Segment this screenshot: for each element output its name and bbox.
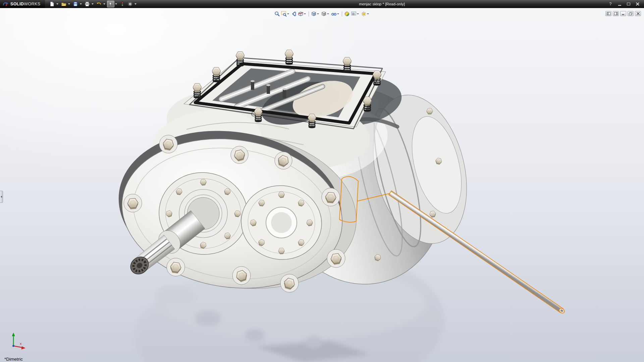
gearbox-3d-model[interactable]: x	[0, 8, 644, 362]
view-cube-icon	[311, 11, 317, 17]
open-dropdown-caret[interactable]	[68, 3, 70, 5]
traffic-light-icon	[120, 1, 125, 7]
save-button[interactable]	[72, 1, 79, 7]
open-folder-icon	[61, 1, 66, 7]
maximize-icon	[627, 3, 630, 5]
brand-wordmark: SOLIDWORKS	[10, 2, 40, 6]
select-cursor-icon	[108, 1, 113, 7]
view-orientation-button[interactable]	[310, 10, 317, 17]
collapse-arrow-icon	[1, 196, 2, 198]
print-dropdown-caret[interactable]	[92, 3, 94, 5]
headsup-view-toolbar	[274, 10, 370, 17]
zoom-to-fit-button[interactable]	[274, 10, 280, 17]
brand-bold: SOLID	[10, 2, 24, 6]
previous-view-icon	[291, 11, 297, 17]
options-dropdown-caret[interactable]	[135, 3, 137, 5]
document-window-controls	[605, 11, 641, 16]
document-minimize-button[interactable]	[620, 11, 626, 16]
select-dropdown-caret[interactable]	[115, 3, 117, 5]
scene-dropdown-caret[interactable]	[357, 13, 359, 14]
edit-appearance-button[interactable]	[343, 10, 350, 17]
section-view-button[interactable]	[297, 10, 304, 17]
section-dropdown-caret[interactable]	[304, 13, 306, 14]
orientation-dropdown-caret[interactable]	[317, 13, 319, 14]
apply-scene-button[interactable]	[350, 10, 357, 17]
titlebar: SOLIDWORKS	[0, 0, 644, 8]
hide-show-items-button[interactable]	[330, 10, 337, 17]
undo-button[interactable]	[95, 1, 103, 7]
zoom-fit-icon	[274, 11, 280, 17]
scene-icon	[351, 11, 357, 17]
solidworks-window: SOLIDWORKS	[0, 0, 644, 362]
brand-light: WORKS	[24, 2, 40, 6]
pane-right-button[interactable]	[613, 11, 619, 16]
panel-collapse-tab[interactable]	[0, 191, 3, 203]
toolbar-separator	[309, 11, 309, 16]
zoom-to-area-button[interactable]	[280, 10, 287, 17]
print-icon	[85, 1, 90, 7]
save-dropdown-caret[interactable]	[80, 3, 82, 5]
main-toolbar	[48, 0, 138, 8]
zoom-area-icon	[281, 11, 287, 17]
print-button[interactable]	[84, 1, 91, 7]
orientation-triad: x	[12, 333, 26, 350]
display-style-dropdown-caret[interactable]	[327, 13, 329, 14]
rebuild-button[interactable]	[119, 1, 126, 7]
display-style-button[interactable]	[320, 10, 327, 17]
options-gear-icon	[127, 1, 133, 7]
document-minimize-icon	[622, 12, 625, 15]
window-title: menjac sklop * [Read-only]	[359, 0, 405, 8]
3ds-logo-icon	[3, 2, 9, 7]
document-close-button[interactable]	[635, 11, 641, 16]
minimize-button[interactable]	[616, 1, 623, 7]
minimize-icon	[618, 5, 621, 6]
view-settings-button[interactable]	[360, 10, 367, 17]
undo-icon	[96, 1, 102, 7]
hide-show-dropdown-caret[interactable]	[337, 13, 339, 14]
window-controls: ?	[607, 1, 644, 7]
new-document-icon	[49, 1, 55, 7]
undo-dropdown-caret[interactable]	[103, 3, 105, 5]
document-restore-icon	[629, 12, 633, 15]
view-settings-dropdown-caret[interactable]	[367, 13, 369, 14]
graphics-area[interactable]: x	[0, 8, 644, 362]
zoom-dropdown-caret[interactable]	[287, 13, 289, 14]
glasses-icon	[331, 11, 337, 17]
document-restore-button[interactable]	[628, 11, 634, 16]
help-button[interactable]: ?	[607, 1, 614, 7]
appearance-ball-icon	[344, 11, 350, 17]
save-icon	[73, 1, 78, 7]
display-style-icon	[321, 11, 327, 17]
select-tool-button[interactable]	[107, 1, 114, 7]
close-icon	[636, 2, 640, 6]
triad-x-label: x	[20, 342, 22, 346]
close-button[interactable]	[634, 1, 641, 7]
toolbar-separator	[342, 11, 342, 16]
previous-view-button[interactable]	[290, 10, 297, 17]
open-button[interactable]	[60, 1, 67, 7]
document-close-icon	[636, 12, 640, 15]
new-document-button[interactable]	[48, 1, 56, 7]
view-settings-icon	[361, 11, 367, 17]
solidworks-logo: SOLIDWORKS	[0, 0, 45, 8]
view-orientation-label: *Dimetric	[4, 357, 23, 362]
options-button[interactable]	[126, 1, 134, 7]
maximize-button[interactable]	[625, 1, 632, 7]
pane-right-icon	[614, 12, 618, 15]
pane-left-button[interactable]	[605, 11, 611, 16]
pane-left-icon	[607, 12, 610, 15]
new-dropdown-caret[interactable]	[56, 3, 58, 5]
section-view-icon	[298, 11, 304, 17]
